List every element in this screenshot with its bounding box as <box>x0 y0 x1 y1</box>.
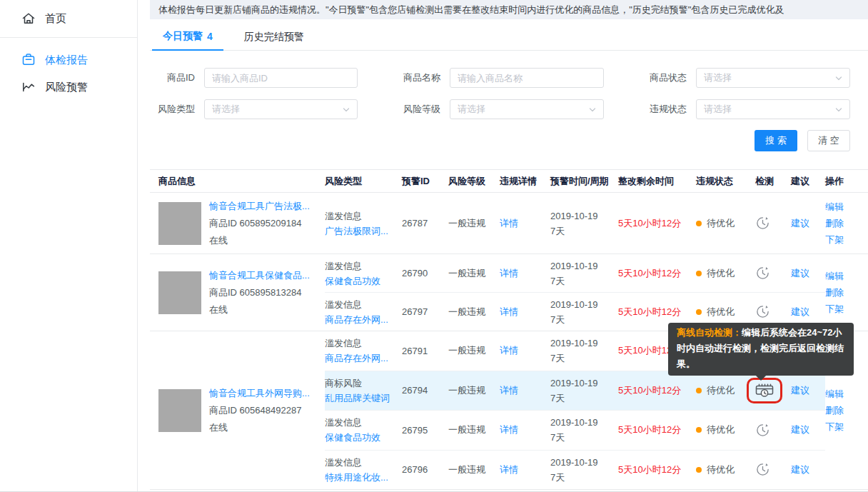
risk-level-label: 风险等级 <box>358 99 450 119</box>
detect-cell <box>755 378 791 403</box>
risk-detail-link[interactable]: 商品存在外网... <box>325 312 399 327</box>
detail-link[interactable]: 详情 <box>500 424 518 435</box>
column-header: 风险类型 <box>325 175 402 188</box>
remaining-time-text: 5天10小时12分 <box>618 306 681 317</box>
op-edit-link[interactable]: 编辑 <box>825 386 868 402</box>
product-name-link[interactable]: 愉音合规工具外网导购... <box>209 385 310 402</box>
op-delete-link[interactable]: 删除 <box>825 215 868 231</box>
chevron-down-icon <box>834 74 843 83</box>
column-header: 违规状态 <box>696 175 755 188</box>
risk-type-select[interactable]: 请选择 <box>204 99 358 119</box>
detail-link[interactable]: 详情 <box>500 345 518 356</box>
sidebar: 首页体检报告风险预警 <box>0 0 138 491</box>
tab-history[interactable]: 历史完结预警 <box>233 29 315 50</box>
product-info: 愉音合规工具广告法极...商品ID 605895209184在线 <box>209 198 310 249</box>
clock-history-icon[interactable] <box>755 423 770 438</box>
clock-history-icon[interactable] <box>755 216 770 231</box>
product-id: 商品ID 605895209184 <box>209 215 310 232</box>
advice-link[interactable]: 建议 <box>791 464 809 475</box>
warning-id: 26797 <box>402 306 448 317</box>
column-header: 违规详情 <box>500 175 550 188</box>
detail-link[interactable]: 详情 <box>500 218 518 229</box>
product-id-input-field[interactable] <box>205 69 357 87</box>
product-name-input-field[interactable] <box>450 69 603 87</box>
advice-cell: 建议 <box>791 306 825 318</box>
advice-link[interactable]: 建议 <box>791 385 809 396</box>
detect-machine-icon[interactable] <box>755 383 774 398</box>
risk-detail-link[interactable]: 保健食品功效 <box>325 430 399 445</box>
detail-link[interactable]: 详情 <box>500 268 518 278</box>
violation-status-select[interactable]: 请选择 <box>696 99 850 119</box>
op-unlist-link[interactable]: 下架 <box>825 301 868 317</box>
status-text: 待优化 <box>707 384 735 397</box>
product-id: 商品ID 605895813284 <box>209 284 310 301</box>
column-header: 检测 <box>755 175 791 188</box>
product-status-select[interactable]: 请选择 <box>696 68 850 88</box>
subrow-list: 滥发信息广告法极限词...26787一般违规详情2019-10-197天5天10… <box>325 193 825 253</box>
main-content: 体检报告每日更新店铺商品的违规情况。"今日预警"包含您店铺检测出需要在整改结束时… <box>138 0 868 491</box>
subrow-list: 滥发信息保健食品功效26790一般违规详情2019-10-197天5天10小时1… <box>325 254 825 331</box>
status-dot-icon <box>696 309 702 315</box>
status-dot-icon <box>696 427 702 433</box>
advice-link[interactable]: 建议 <box>791 268 809 278</box>
risk-detail-link[interactable]: 商品存在外网... <box>325 351 399 366</box>
risk-category: 滥发信息 <box>325 297 399 312</box>
sidebar-item-home[interactable]: 首页 <box>0 4 137 34</box>
op-unlist-link[interactable]: 下架 <box>825 231 868 248</box>
detect-cell <box>755 423 791 438</box>
violation-status-cell: 待优化 <box>696 306 755 318</box>
advice-link[interactable]: 建议 <box>791 424 809 435</box>
sidebar-item-risk[interactable]: 风险预警 <box>0 74 137 101</box>
product-name-link[interactable]: 愉音合规工具保健食品... <box>209 267 310 284</box>
risk-level: 一般违规 <box>448 423 500 436</box>
product-name-link[interactable]: 愉音合规工具广告法极... <box>209 198 310 215</box>
op-delete-link[interactable]: 删除 <box>825 402 868 418</box>
op-delete-link[interactable]: 删除 <box>825 284 868 301</box>
tooltip-title: 离线自动检测： <box>677 327 742 338</box>
clear-button[interactable]: 清 空 <box>807 130 850 151</box>
risk-category: 滥发信息 <box>325 455 399 470</box>
op-unlist-link[interactable]: 下架 <box>825 418 868 435</box>
remaining-time-cell: 5天10小时12分 <box>618 423 696 436</box>
risk-level-select[interactable]: 请选择 <box>450 99 604 119</box>
chart-icon <box>21 80 36 94</box>
risk-detail-link[interactable]: 特殊用途化妆... <box>325 470 399 485</box>
advice-link[interactable]: 建议 <box>791 218 809 229</box>
status-text: 待优化 <box>707 217 735 230</box>
op-edit-link[interactable]: 编辑 <box>825 199 868 215</box>
remaining-time-text: 5天10小时12分 <box>618 218 681 229</box>
risk-category: 滥发信息 <box>325 258 399 273</box>
remaining-time-text: 5天10小时12分 <box>618 464 681 475</box>
detail-link[interactable]: 详情 <box>500 464 518 475</box>
search-button[interactable]: 搜 索 <box>755 130 797 151</box>
remaining-time-cell: 5天10小时12分 <box>618 306 696 318</box>
warning-id: 26787 <box>402 218 448 229</box>
detail-link[interactable]: 详情 <box>500 306 518 317</box>
product-thumbnail <box>158 389 201 432</box>
status-badge: 待优化 <box>696 217 735 230</box>
column-header: 整改剩余时间 <box>618 175 696 188</box>
risk-detail-link[interactable]: 乱用品牌关键词 <box>325 391 399 406</box>
warning-id: 26790 <box>402 268 448 278</box>
column-header: 预警时间/周期 <box>550 175 618 188</box>
sidebar-item-report[interactable]: 体检报告 <box>0 46 137 74</box>
advice-link[interactable]: 建议 <box>791 306 809 317</box>
sidebar-item-label: 体检报告 <box>45 54 88 67</box>
clock-history-icon[interactable] <box>755 266 770 281</box>
sidebar-divider <box>0 37 137 38</box>
detail-link[interactable]: 详情 <box>500 385 518 396</box>
op-edit-link[interactable]: 编辑 <box>825 268 868 284</box>
product-name-input[interactable] <box>450 68 604 88</box>
clock-history-icon[interactable] <box>755 462 770 477</box>
warning-period: 7天 <box>550 351 615 366</box>
select-placeholder: 请选择 <box>697 103 732 116</box>
risk-detail-link[interactable]: 保健食品功效 <box>325 273 399 288</box>
risk-detail-link[interactable]: 广告法极限词... <box>325 224 399 239</box>
warning-period: 7天 <box>550 430 615 445</box>
remaining-time-cell: 5天10小时12分 <box>618 463 696 476</box>
clock-history-icon[interactable] <box>755 304 770 319</box>
product-id-input[interactable] <box>204 68 358 88</box>
tab-today[interactable]: 今日预警4 <box>152 29 223 51</box>
risk-type-cell: 滥发信息商品存在外网... <box>325 336 402 366</box>
warning-id: 26796 <box>402 464 448 475</box>
